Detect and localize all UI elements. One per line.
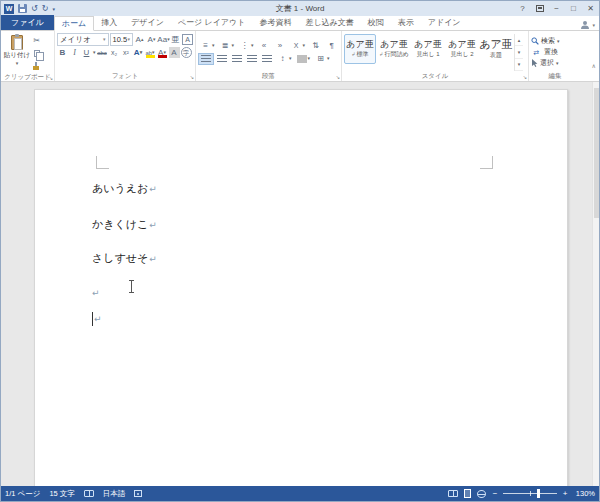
text-line[interactable]: ↵ [92,286,100,300]
character-border-button[interactable]: A [182,34,193,45]
collapse-ribbon-icon[interactable]: ∧ [592,62,596,69]
tab-design[interactable]: デザイン [124,15,171,30]
macro-record-icon[interactable] [134,490,142,497]
font-size-select[interactable]: 10.5▾ [110,33,134,46]
multilevel-list-button[interactable]: ⋮▾ [237,40,256,52]
show-formatting-marks-button[interactable]: ¶ [324,40,339,52]
ribbon-display-options-button[interactable] [531,1,548,16]
qat-customize-icon[interactable]: ▾ [52,6,55,12]
dialog-launcher-icon[interactable]: ↘ [190,75,194,80]
copy-button[interactable] [31,48,42,59]
style-item-no-spacing[interactable]: あア亜 ↲行間詰め [378,34,410,64]
numbering-button[interactable]: ≣▾ [218,40,237,52]
justify-button[interactable] [245,53,259,65]
tab-view[interactable]: 表示 [391,15,421,30]
maximize-button[interactable]: □ [565,1,582,16]
tab-review[interactable]: 校閲 [361,15,391,30]
print-layout-button[interactable] [464,489,471,498]
zoom-out-button[interactable]: − [489,489,501,498]
minimize-button[interactable]: − [548,1,565,16]
bold-button[interactable]: B [57,47,68,58]
find-button[interactable]: 検索 ▾ [531,36,579,46]
ruby-button[interactable]: 亜 [170,34,181,45]
cut-button[interactable]: ✂ [31,35,42,46]
grow-font-button[interactable]: A▴ [134,34,145,45]
tab-addins[interactable]: アドイン [421,15,468,30]
style-item-heading1[interactable]: あア亜 見出し 1 [412,34,444,64]
close-button[interactable]: ✕ [582,1,599,16]
select-button[interactable]: 選択 ▾ [531,58,579,68]
tab-page-layout[interactable]: ページ レイアウト [171,15,253,30]
save-icon[interactable] [18,4,27,13]
text-line[interactable]: さしすせそ↵ [92,252,157,266]
line-spacing-button[interactable]: ↕▾ [275,53,294,65]
align-left-button[interactable] [198,53,214,65]
read-mode-button[interactable] [448,490,458,497]
borders-button[interactable]: ⊞▾ [313,53,332,65]
tab-file[interactable]: ファイル [1,15,54,30]
zoom-level[interactable]: 130% [571,489,595,498]
decrease-indent-button[interactable]: « [257,40,272,52]
tab-mailings[interactable]: 差し込み文書 [298,15,360,30]
increase-indent-button[interactable]: » [273,40,288,52]
style-item-normal[interactable]: あア亜 ↲標準 [344,34,376,64]
shading-button[interactable]: ▾ [295,53,313,65]
align-right-button[interactable] [230,53,244,65]
dialog-launcher-icon[interactable]: ↘ [336,75,340,80]
help-button[interactable]: ? [514,1,531,16]
align-center-button[interactable] [215,53,229,65]
font-name-select[interactable]: メイリオ▾ [57,33,109,46]
text-line[interactable]: かきくけこ↵ [92,218,157,232]
scrollbar-thumb[interactable] [594,88,599,218]
redo-icon[interactable]: ↻ [42,5,49,13]
gallery-scroll-down-icon[interactable]: ▾ [515,46,523,58]
page-number-indicator[interactable]: 1/1 ページ [5,489,40,499]
shrink-font-button[interactable]: A▾ [146,34,157,45]
proofing-status-icon[interactable] [84,490,94,497]
sign-in-button[interactable]: ▾ [580,20,599,30]
zoom-in-button[interactable]: + [559,489,571,498]
ribbon-tab-row: ファイル ホーム 挿入 デザイン ページ レイアウト 参考資料 差し込み文書 校… [1,16,599,31]
format-painter-button[interactable] [31,61,42,72]
line-text: かきくけこ [92,218,148,230]
web-layout-button[interactable] [477,490,486,498]
tab-home[interactable]: ホーム [54,16,94,31]
font-color-button[interactable]: A▾ [157,47,168,58]
style-item-title[interactable]: あア亜 表題 [480,34,512,64]
language-indicator[interactable]: 日本語 [103,489,126,499]
change-case-button[interactable]: Aa▾ [158,34,169,45]
page[interactable]: あいうえお↵ かきくけこ↵ さしすせそ↵ ↵ ↵ [34,89,568,486]
bullets-button[interactable]: ≡▾ [198,40,217,52]
undo-icon[interactable]: ↺ [31,5,38,13]
replace-button[interactable]: ⇄ 置換 [531,47,579,57]
text-line[interactable]: あいうえお↵ [92,182,157,196]
dialog-launcher-icon[interactable]: ↘ [523,75,527,80]
mouse-ibeam-cursor [128,280,135,293]
sort-button[interactable]: ⇅ [308,40,323,52]
character-shading-button[interactable]: A [169,47,180,58]
style-item-heading2[interactable]: あア亜 見出し 2 [446,34,478,64]
underline-options-icon[interactable]: ▾ [93,50,96,55]
tab-references[interactable]: 参考資料 [252,15,298,30]
word-count-indicator[interactable]: 15 文字 [49,489,74,499]
zoom-slider-thumb[interactable] [537,489,540,498]
chevron-down-icon: ▾ [232,43,235,48]
distribute-button[interactable] [260,53,274,65]
subscript-button[interactable]: x₂ [109,47,120,58]
dialog-launcher-icon[interactable]: ↘ [49,76,53,81]
superscript-button[interactable]: x² [121,47,132,58]
gallery-more-icon[interactable]: ▾ [515,59,523,71]
text-effects-button[interactable]: A▾ [133,47,144,58]
enclose-characters-button[interactable]: 字 [181,47,192,58]
chevron-down-icon: ▾ [251,43,254,48]
zoom-slider[interactable] [503,493,557,494]
asian-layout-button[interactable]: X▾ [289,40,308,52]
strikethrough-button[interactable]: abc [97,47,108,58]
underline-button[interactable]: U [81,47,92,58]
highlight-color-button[interactable]: ab▾ [145,47,156,58]
paste-button[interactable]: 貼り付け ▾ [3,33,31,72]
tab-insert[interactable]: 挿入 [94,15,124,30]
italic-button[interactable]: I [69,47,80,58]
vertical-scrollbar[interactable] [592,82,599,486]
gallery-scroll-up-icon[interactable]: ▴ [515,34,523,46]
